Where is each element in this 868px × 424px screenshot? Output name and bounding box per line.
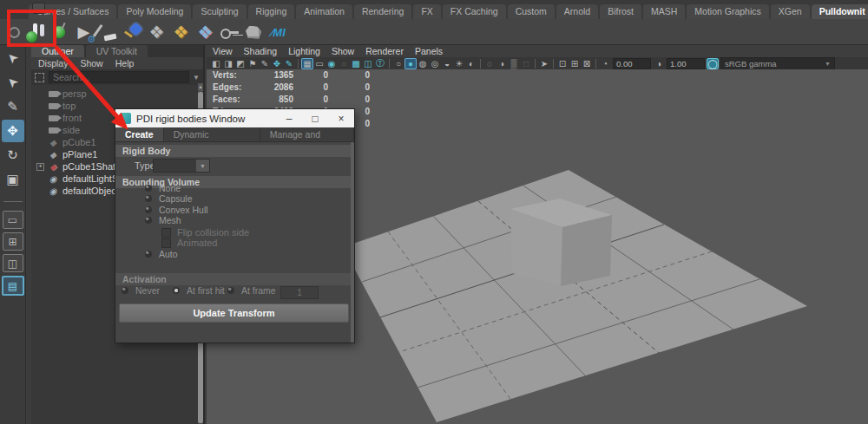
bounding-volume-radio[interactable]: Convex Hull bbox=[145, 205, 208, 215]
image-plane-icon[interactable]: ✎ bbox=[259, 58, 271, 69]
shatter-wood-gold-icon[interactable]: ❖ bbox=[170, 22, 192, 43]
update-transform-button[interactable]: Update Transform bbox=[119, 303, 349, 323]
rotate-tool-icon[interactable]: ↻ bbox=[2, 144, 24, 166]
dialog-title-bar[interactable]: PDI rigid bodies Window – □ × bbox=[115, 109, 354, 127]
shatter-stone-grey-icon[interactable]: ❖ bbox=[146, 22, 168, 43]
close-icon[interactable]: × bbox=[328, 109, 354, 127]
sequence-time-icon[interactable]: □ bbox=[520, 58, 532, 69]
bounding-volume-radio-auto[interactable]: Auto bbox=[145, 249, 178, 259]
image-plane-c-icon[interactable]: ⊠ bbox=[581, 58, 593, 69]
scroll-up-icon[interactable]: ▲ bbox=[198, 83, 203, 91]
image-plane-a-icon[interactable]: ⊡ bbox=[556, 58, 569, 69]
shelf-tab-label: XGen bbox=[779, 6, 802, 16]
viewport-menu-item[interactable]: Show bbox=[332, 46, 354, 56]
paint-select-tool-icon[interactable]: ✎ bbox=[2, 95, 24, 118]
search-options-chevron-icon[interactable]: ▼ bbox=[189, 74, 203, 82]
ambient-occlusion-icon[interactable]: ◌ bbox=[483, 58, 496, 69]
view-transform-select[interactable]: sRGB gamma▼ bbox=[720, 57, 835, 70]
bookmark-icon[interactable]: ⚑ bbox=[247, 58, 259, 69]
dialog-tab[interactable]: Dynamic Properties bbox=[164, 127, 260, 141]
pulldownit-rock-icon[interactable] bbox=[243, 22, 265, 43]
pulldownit-cleaner-icon[interactable] bbox=[97, 22, 119, 43]
wireframe-on-shaded-icon[interactable]: ◎ bbox=[429, 58, 441, 69]
viewport-menu-item[interactable]: Lighting bbox=[288, 46, 320, 56]
gate-mask-icon[interactable]: ○ bbox=[338, 58, 350, 69]
textured-icon[interactable]: ◍ bbox=[417, 58, 429, 69]
scale-tool-icon[interactable]: ▣ bbox=[2, 168, 24, 191]
dialog-tab[interactable]: Manage and Clean bbox=[260, 127, 354, 141]
outliner-menu-item[interactable]: Show bbox=[80, 58, 102, 68]
outliner-tab[interactable]: UV Toolkit bbox=[86, 45, 148, 57]
pulldownit-simulate-icon[interactable]: ▶ bbox=[73, 22, 95, 43]
expand-icon[interactable]: + bbox=[36, 163, 44, 171]
node-type-icon bbox=[49, 161, 56, 172]
film-gate-icon[interactable]: ▭ bbox=[313, 58, 326, 69]
activation-radio[interactable]: At first hit bbox=[173, 285, 225, 296]
exposure-icon[interactable]: ◔ bbox=[599, 58, 611, 69]
maximize-icon[interactable]: □ bbox=[302, 109, 328, 127]
pulldownit-shatter-icon[interactable] bbox=[24, 22, 46, 43]
search-input[interactable] bbox=[49, 71, 189, 83]
gamma-field[interactable] bbox=[667, 58, 705, 69]
viewport-menu-item[interactable]: View bbox=[213, 46, 233, 56]
minimize-icon[interactable]: – bbox=[276, 109, 302, 127]
image-plane-b-icon[interactable]: ⊞ bbox=[569, 58, 581, 69]
mi-logo-icon[interactable]: ⁄MI bbox=[267, 22, 289, 43]
viewport-menu-item[interactable]: Panels bbox=[415, 46, 443, 56]
mesh-option-checkbox[interactable]: Flip collision side bbox=[161, 227, 249, 238]
shadows-icon[interactable]: ◐ bbox=[465, 58, 477, 69]
activation-radio[interactable]: At frame bbox=[227, 285, 276, 296]
shaded-icon[interactable]: ● bbox=[404, 58, 417, 69]
lasso-select-tool-icon[interactable]: ➤ bbox=[2, 71, 24, 94]
pulldownit-key-icon[interactable] bbox=[219, 22, 240, 43]
camera-icon[interactable]: ◧ bbox=[210, 58, 222, 69]
layout-four-pane-icon[interactable]: ⊞ bbox=[3, 232, 23, 251]
field-chart-icon[interactable]: ▩ bbox=[350, 58, 362, 69]
bounding-volume-radio[interactable]: None bbox=[145, 183, 181, 193]
outliner-menu-item[interactable]: Help bbox=[115, 58, 135, 68]
camera-attributes-icon[interactable]: ◩ bbox=[234, 58, 247, 69]
radio-icon bbox=[145, 206, 152, 213]
select-tool-icon[interactable]: ➤ bbox=[2, 47, 24, 69]
viewport-menu-item[interactable]: Renderer bbox=[365, 46, 404, 56]
wireframe-icon[interactable]: ○ bbox=[392, 58, 404, 69]
pulldownit-magic-wand-icon[interactable] bbox=[122, 22, 143, 43]
pan-zoom-icon[interactable]: ✥ bbox=[271, 58, 283, 69]
multisample-icon[interactable]: ▒ bbox=[508, 58, 520, 69]
bounding-volume-radio[interactable]: Capsule bbox=[145, 193, 193, 204]
outliner-item[interactable]: persp bbox=[31, 88, 203, 100]
grid-icon[interactable]: ▦ bbox=[301, 58, 313, 69]
outliner-menu-item[interactable]: Display bbox=[38, 58, 68, 68]
layout-single-pane-icon[interactable]: ▭ bbox=[3, 211, 23, 229]
isolate-select-icon[interactable]: ➤ bbox=[538, 58, 550, 69]
layout-two-pane-icon[interactable]: ◫ bbox=[3, 254, 23, 272]
lighting-icon[interactable]: ☀ bbox=[453, 58, 465, 69]
activation-radio[interactable]: Never bbox=[122, 285, 160, 296]
node-type-icon bbox=[49, 186, 57, 196]
dialog-tab[interactable]: Create bbox=[115, 127, 164, 141]
viewport-menu-item[interactable]: Shading bbox=[244, 46, 278, 56]
camera-lock-icon[interactable]: ◨ bbox=[222, 58, 234, 69]
move-tool-icon[interactable]: ✥ bbox=[2, 120, 24, 142]
layout-outliner-persp-icon[interactable]: ▤ bbox=[2, 276, 24, 296]
xray-icon[interactable]: ◒ bbox=[441, 58, 453, 69]
frame-number-field[interactable]: 1 bbox=[280, 286, 319, 299]
mesh-option-checkbox[interactable]: Animated bbox=[161, 238, 217, 248]
contrast-icon[interactable]: ◑ bbox=[653, 58, 665, 69]
exposure-field[interactable] bbox=[613, 58, 651, 69]
safe-title-icon[interactable]: Ⓣ bbox=[374, 58, 386, 69]
safe-action-icon[interactable]: ◫ bbox=[362, 58, 374, 69]
outliner-tab[interactable]: Outliner bbox=[31, 45, 84, 57]
bounding-volume-radio[interactable]: Mesh bbox=[145, 215, 181, 225]
filter-icon[interactable] bbox=[35, 73, 44, 82]
shatter-glass-blue-icon[interactable]: ❖ bbox=[194, 22, 216, 43]
motion-blur-icon[interactable]: ◑ bbox=[496, 58, 508, 69]
shelf-visibility-toggle-icon[interactable] bbox=[9, 27, 20, 38]
color-management-icon[interactable]: ◯ bbox=[707, 58, 719, 69]
dialog-scrollbar[interactable] bbox=[351, 142, 354, 342]
grease-pencil-icon[interactable]: ✎ bbox=[283, 58, 295, 69]
pulldownit-create-body-icon[interactable] bbox=[49, 22, 70, 43]
shelf-menu-icon[interactable] bbox=[32, 3, 45, 14]
resolution-gate-icon[interactable]: ◉ bbox=[326, 58, 338, 69]
type-select[interactable]: ▼ bbox=[153, 159, 210, 173]
